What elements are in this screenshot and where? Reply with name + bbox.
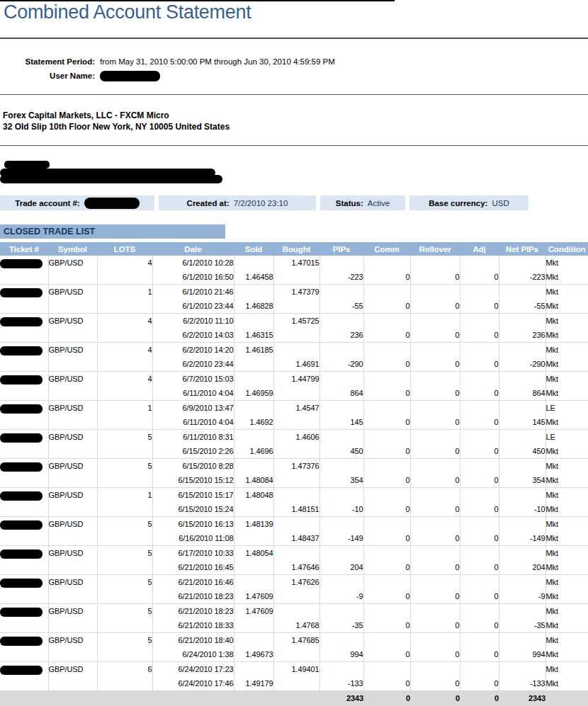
close-condition-cell: Mkt	[545, 473, 588, 488]
lots-empty-cell	[97, 531, 152, 546]
close-comm-cell: 0	[363, 618, 410, 633]
open-rollover-cell	[410, 401, 460, 416]
open-comm-cell	[363, 430, 410, 445]
close-date-cell: 6/11/2010 4:04	[152, 415, 234, 430]
close-pips-cell: -223	[320, 270, 363, 285]
close-adj-cell: 0	[460, 357, 499, 372]
trade-open-row: GBP/USD46/2/2010 11:101.45725Mkt	[0, 314, 588, 329]
close-pips-cell: -55	[320, 299, 363, 314]
symbol-empty-cell	[48, 415, 97, 430]
ticket-cell	[0, 604, 48, 619]
open-rollover-cell	[410, 546, 460, 561]
close-sold-cell: 1.4696	[234, 444, 273, 459]
open-date-cell: 6/7/2010 15:03	[152, 372, 234, 387]
statement-period-label: Statement Period:	[0, 57, 95, 66]
open-condition-cell: Mkt	[545, 517, 588, 532]
lots-cell: 5	[97, 459, 152, 474]
lots-empty-cell	[97, 386, 152, 401]
open-comm-cell	[363, 604, 410, 619]
redacted-ticket-number	[0, 288, 43, 297]
trade-close-row: 6/15/2010 15:241.48151-10000-10Mkt	[0, 502, 588, 517]
open-net-pips-cell	[499, 517, 545, 532]
close-adj-cell: 0	[460, 589, 499, 604]
close-pips-cell: -290	[320, 357, 363, 372]
open-pips-cell	[320, 546, 363, 561]
redacted-ticket-number	[0, 433, 43, 443]
open-sold-cell	[234, 401, 273, 416]
trade-close-row: 6/15/2010 2:261.4696450000450Mkt	[0, 444, 588, 459]
close-date-cell: 6/15/2010 15:24	[152, 502, 234, 517]
open-rollover-cell	[410, 430, 460, 445]
open-pips-cell	[320, 459, 363, 474]
totals-rollover: 0	[410, 691, 460, 706]
open-bought-cell: 1.47626	[273, 575, 320, 590]
open-pips-cell	[320, 633, 363, 648]
close-rollover-cell: 0	[410, 328, 460, 343]
close-condition-cell: Mkt	[545, 328, 588, 343]
open-pips-cell	[320, 343, 363, 358]
close-date-cell: 6/1/2010 16:50	[152, 270, 234, 285]
close-net-pips-cell: -9	[499, 589, 545, 604]
close-adj-cell: 0	[460, 415, 499, 430]
close-net-pips-cell: -133	[499, 676, 545, 691]
close-sold-cell: 1.4692	[234, 415, 273, 430]
column-header-rollover: Rollover	[410, 242, 460, 256]
close-bought-cell	[273, 647, 320, 662]
open-adj-cell	[460, 343, 499, 358]
close-bought-cell	[273, 415, 320, 430]
redacted-ticket-number	[0, 404, 43, 414]
open-condition-cell: Mkt	[545, 575, 588, 590]
open-rollover-cell	[410, 488, 460, 503]
trade-close-row: 6/16/2010 11:081.48437-149000-149Mkt	[0, 531, 588, 546]
close-bought-cell	[273, 386, 320, 401]
open-condition-cell: Mkt	[545, 372, 588, 387]
symbol-cell: GBP/USD	[48, 604, 97, 619]
symbol-empty-cell	[48, 531, 97, 546]
redacted-ticket-number	[0, 375, 43, 385]
open-bought-cell	[273, 488, 320, 503]
close-net-pips-cell: 994	[499, 647, 545, 662]
open-comm-cell	[363, 575, 410, 590]
close-adj-cell: 0	[460, 270, 499, 285]
open-comm-cell	[363, 372, 410, 387]
close-rollover-cell: 0	[410, 444, 460, 459]
open-date-cell: 6/21/2010 18:23	[152, 604, 234, 619]
symbol-empty-cell	[48, 676, 97, 691]
open-bought-cell	[273, 546, 320, 561]
closed-trade-table: Ticket #SymbolLOTSDateSoldBoughtPIPsComm…	[0, 242, 588, 706]
trade-open-row: GBP/USD16/9/2010 13:471.4547LE	[0, 401, 588, 416]
close-pips-cell: -35	[320, 618, 363, 633]
close-sold-cell	[234, 560, 273, 575]
open-adj-cell	[460, 575, 499, 590]
close-adj-cell: 0	[460, 444, 499, 459]
lots-empty-cell	[97, 647, 152, 662]
status-label: Status:	[336, 199, 363, 207]
trade-close-row: 6/15/2010 15:121.48084354000354Mkt	[0, 473, 588, 488]
open-condition-cell: LE	[545, 401, 588, 416]
open-sold-cell	[234, 285, 273, 300]
ticket-cell	[0, 343, 48, 358]
open-condition-cell: Mkt	[545, 285, 588, 300]
column-header-adj: Adj	[460, 242, 499, 256]
open-condition-cell: Mkt	[545, 488, 588, 503]
redacted-ticket-number	[0, 491, 43, 501]
close-comm-cell: 0	[363, 386, 410, 401]
close-rollover-cell: 0	[410, 647, 460, 662]
close-condition-cell: Mkt	[545, 357, 588, 372]
statement-period-value: from May 31, 2010 5:00:00 PM through Jun…	[100, 57, 335, 66]
column-header-net-pips: Net PIPs	[499, 242, 545, 256]
close-comm-cell: 0	[363, 676, 410, 691]
column-header-pips: PIPs	[320, 242, 363, 256]
open-condition-cell: Mkt	[545, 662, 588, 677]
ticket-cell	[0, 459, 48, 474]
close-net-pips-cell: -55	[499, 299, 545, 314]
open-pips-cell	[320, 256, 363, 270]
trade-open-row: GBP/USD56/15/2010 8:281.47376Mkt	[0, 459, 588, 474]
open-date-cell: 6/2/2010 14:20	[152, 343, 234, 358]
close-net-pips-cell: -10	[499, 502, 545, 517]
close-sold-cell: 1.47609	[234, 589, 273, 604]
open-date-cell: 6/1/2010 10:28	[152, 256, 234, 270]
close-date-cell: 6/11/2010 4:04	[152, 386, 234, 401]
divider-above-broker	[0, 94, 588, 95]
symbol-empty-cell	[48, 270, 97, 285]
